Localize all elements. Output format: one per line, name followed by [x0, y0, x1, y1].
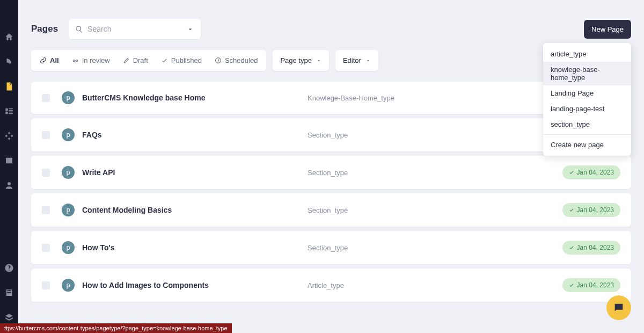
filter-all[interactable]: All [33, 52, 65, 69]
filter-draft[interactable]: Draft [116, 52, 155, 69]
search-icon [75, 25, 83, 33]
check-icon [569, 245, 574, 250]
chat-bubble[interactable] [606, 295, 631, 320]
check-icon [569, 207, 574, 213]
page-row[interactable]: p How To's Section_type Jan 04, 2023 [31, 231, 631, 264]
page-badge: p [62, 91, 75, 104]
page-row-type: Article_type [308, 281, 344, 289]
sidebar [0, 0, 18, 333]
page-row[interactable]: p Content Modeling Basics Section_type J… [31, 193, 631, 227]
published-badge: Jan 04, 2023 [562, 203, 620, 217]
row-checkbox[interactable] [42, 244, 50, 252]
page-row-type: Section_type [308, 131, 348, 139]
components-icon[interactable] [4, 131, 14, 141]
page-badge: p [62, 279, 75, 292]
published-badge: Jan 04, 2023 [562, 241, 620, 255]
media-icon[interactable] [4, 156, 14, 165]
row-checkbox[interactable] [42, 169, 50, 177]
chevron-down-icon [365, 58, 371, 63]
search-input[interactable] [87, 25, 182, 33]
layers-icon[interactable] [4, 313, 14, 322]
new-page-button[interactable]: New Page [584, 20, 631, 39]
published-badge: Jan 04, 2023 [562, 278, 620, 292]
dropdown-item-section-type[interactable]: section_type [543, 117, 631, 132]
check-icon [569, 283, 574, 288]
page-list: p ButterCMS Knowledge base Home Knowlege… [31, 82, 631, 302]
filter-scheduled[interactable]: Scheduled [208, 52, 264, 69]
page-row[interactable]: p Write API Section_type Jan 04, 2023 [31, 156, 631, 189]
page-row-title[interactable]: How To's [82, 243, 308, 252]
dropdown-item-create-new[interactable]: Create new page [543, 137, 631, 153]
page-row-title[interactable]: Write API [82, 168, 308, 177]
page-row[interactable]: p ButterCMS Knowledge base Home Knowlege… [31, 82, 631, 114]
svg-point-1 [76, 60, 77, 61]
link-icon [40, 57, 47, 64]
page-row-type: Section_type [308, 244, 348, 252]
row-checkbox[interactable] [42, 131, 50, 139]
new-page-dropdown: article_type knowlege-base-home_type Lan… [543, 43, 631, 156]
page-badge: p [62, 166, 75, 179]
main: Pages New Page All In review Draft P [18, 0, 644, 333]
editor-filter[interactable]: Editor [335, 50, 378, 71]
published-badge: Jan 04, 2023 [562, 165, 620, 179]
page-title: Pages [31, 24, 58, 34]
filter-published[interactable]: Published [155, 52, 208, 69]
dropdown-item-landing-test[interactable]: landing-page-test [543, 101, 631, 117]
page-type-filter[interactable]: Page type [273, 50, 329, 71]
collections-icon[interactable] [4, 106, 14, 116]
chevron-down-icon [316, 58, 321, 63]
pencil-icon [123, 57, 130, 64]
page-row-title[interactable]: How to Add Images to Components [82, 281, 308, 289]
page-row[interactable]: p FAQs Section_type Jan 04, 2023 [31, 118, 631, 151]
clock-icon [215, 57, 222, 64]
page-badge: p [62, 128, 75, 141]
page-badge: p [62, 241, 75, 254]
row-checkbox[interactable] [42, 94, 50, 102]
status-filter-group: All In review Draft Published Scheduled [31, 50, 266, 71]
topbar: Pages New Page [31, 0, 631, 50]
users-icon[interactable] [4, 180, 14, 190]
page-row-type: Section_type [308, 169, 348, 177]
dropdown-divider [543, 134, 631, 135]
chevron-down-icon[interactable] [186, 25, 194, 33]
dropdown-item-kb-home-type[interactable]: knowlege-base-home_type [543, 62, 631, 85]
dropdown-item-landing-page[interactable]: Landing Page [543, 85, 631, 101]
svg-point-0 [73, 60, 75, 61]
status-bar-url: ttps://buttercms.com/content-types/paget… [0, 323, 232, 333]
check-icon [569, 170, 574, 175]
chat-icon [613, 302, 625, 314]
glasses-icon [72, 57, 79, 64]
help-icon[interactable] [4, 263, 14, 273]
page-row-title[interactable]: ButterCMS Knowledge base Home [82, 93, 308, 102]
dropdown-item-article-type[interactable]: article_type [543, 46, 631, 62]
filter-in-review[interactable]: In review [65, 52, 116, 69]
row-checkbox[interactable] [42, 206, 50, 214]
page-badge: p [62, 204, 75, 216]
page-row[interactable]: p How to Add Images to Components Articl… [31, 269, 631, 302]
page-row-type: Knowlege-Base-Home_type [308, 94, 394, 102]
blog-icon[interactable] [4, 57, 14, 67]
filters-row: All In review Draft Published Scheduled … [31, 50, 631, 82]
row-checkbox[interactable] [42, 281, 50, 289]
home-icon[interactable] [4, 32, 14, 42]
page-row-type: Section_type [308, 206, 348, 214]
search-box[interactable] [69, 19, 201, 39]
page-row-title[interactable]: FAQs [82, 131, 308, 139]
docs-icon[interactable] [4, 288, 14, 298]
pages-icon[interactable] [4, 82, 14, 91]
page-row-title[interactable]: Content Modeling Basics [82, 206, 308, 214]
check-icon [161, 57, 168, 64]
